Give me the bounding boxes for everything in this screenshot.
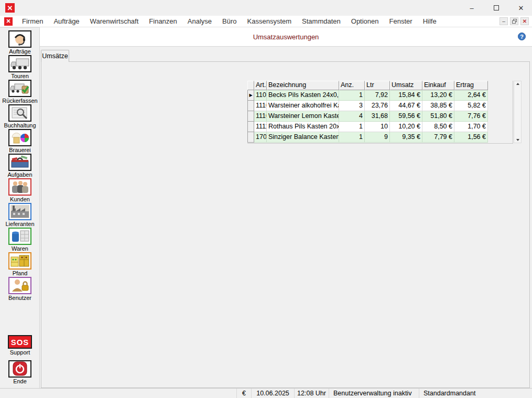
menu-stammdaten[interactable]: Stammdaten (297, 16, 346, 27)
table-cell[interactable]: 7,76 € (454, 111, 488, 122)
scroll-up-icon[interactable] (516, 83, 519, 85)
table-cell[interactable]: Warsteiner Lemon Kasten 24x (267, 111, 339, 122)
table-cell[interactable]: 1 (339, 122, 365, 132)
column-header-umsatz[interactable]: Umsatz (390, 81, 422, 90)
window-maximize-button[interactable] (485, 0, 507, 16)
table-cell[interactable]: 7,79 € (422, 132, 454, 143)
sidebar-item-benutzer[interactable]: Benutzer (0, 277, 40, 302)
table-cell[interactable]: 8,50 € (422, 122, 454, 132)
sidebar-item-pfand[interactable]: Pfand (0, 252, 40, 277)
table-cell[interactable]: 44,67 € (390, 101, 422, 111)
table-cell[interactable]: 1110 (254, 111, 267, 122)
sidebar-label: Benutzer (0, 295, 40, 301)
table-cell[interactable]: 31,68 (365, 111, 390, 122)
table-cell[interactable]: 5,82 € (454, 101, 488, 111)
menu-buero[interactable]: Büro (217, 16, 242, 27)
sidebar: Aufträge Touren Rückerfassen Buchhaltung… (0, 27, 40, 388)
table-cell[interactable]: 9,35 € (390, 132, 422, 143)
table-cell[interactable]: Sinziger Balance Kasten 12x0 (267, 132, 339, 143)
table-cell[interactable]: 9 (365, 132, 390, 143)
table-cell[interactable]: Warsteiner alkoholfrei Kasten (267, 101, 339, 111)
table-corner-cell (247, 81, 254, 90)
table-cell[interactable]: 13,20 € (422, 90, 454, 101)
column-header-ltr[interactable]: Ltr (365, 81, 390, 90)
menu-hilfe[interactable]: Hilfe (418, 16, 442, 27)
table-vertical-scrollbar[interactable] (514, 81, 522, 143)
sidebar-label: Lieferanten (0, 221, 40, 227)
table-cell[interactable]: 1 (339, 132, 365, 143)
table-cell[interactable]: 1111 (254, 122, 267, 132)
menu-optionen[interactable]: Optionen (346, 16, 384, 27)
row-marker-cell (247, 101, 254, 111)
table-cell[interactable]: 1110 (254, 101, 267, 111)
column-header-ertrag[interactable]: Ertrag (454, 81, 488, 90)
table-cell[interactable]: 23,76 (365, 101, 390, 111)
table-cell[interactable]: 59,56 € (390, 111, 422, 122)
sidebar-item-brauerei[interactable]: Brauerei (0, 129, 40, 154)
sidebar-item-ende[interactable]: Ende (0, 360, 40, 385)
table-cell[interactable]: 2,64 € (454, 90, 488, 101)
menu-analyse[interactable]: Analyse (182, 16, 217, 27)
window-close-button[interactable]: ✕ (510, 0, 532, 16)
tab-umsaetze[interactable]: Umsätze (41, 50, 69, 62)
column-header-artnr[interactable]: Art.N (254, 81, 267, 90)
status-empty-segment (0, 389, 237, 398)
users-lock-icon (8, 277, 31, 294)
column-header-einkauf[interactable]: Einkauf (422, 81, 454, 90)
app-logo-icon-small: ✕ (4, 17, 13, 26)
table-cell[interactable]: 38,85 € (422, 101, 454, 111)
sidebar-label: Pfand (0, 270, 40, 276)
table-cell[interactable]: 7,92 (365, 90, 390, 101)
help-icon[interactable]: ? (518, 33, 526, 40)
menu-firmen[interactable]: Firmen (17, 16, 48, 27)
table-cell[interactable]: 10 (365, 122, 390, 132)
sidebar-label: Rückerfassen (0, 98, 40, 104)
row-marker-cell (247, 111, 254, 122)
table-cell[interactable]: 1709 (254, 132, 267, 143)
sidebar-item-waren[interactable]: Waren (0, 228, 40, 252)
menu-kassensystem[interactable]: Kassensystem (242, 16, 297, 27)
column-header-anz[interactable]: Anz. (339, 81, 365, 90)
scroll-down-icon[interactable] (516, 139, 519, 141)
row-marker-cell (247, 122, 254, 132)
table-cell[interactable]: 51,80 € (422, 111, 454, 122)
sidebar-item-auftraege[interactable]: Aufträge (0, 30, 40, 55)
sidebar-label: Brauerei (0, 147, 40, 153)
sidebar-item-buchhaltung[interactable]: Buchhaltung (0, 104, 40, 129)
table-cell[interactable]: 10,20 € (390, 122, 422, 132)
table-cell[interactable]: 15,84 € (390, 90, 422, 101)
menu-warenwirtschaft[interactable]: Warenwirtschaft (85, 16, 144, 27)
status-time: 12:08 Uhr (295, 389, 329, 398)
table-cell[interactable]: 1 (339, 90, 365, 101)
sidebar-item-kunden[interactable]: Kunden (0, 178, 40, 203)
row-marker-cell: ▶ (247, 90, 254, 101)
table-cell[interactable]: Rothaus Pils Kasten 20x0,50l (267, 122, 339, 132)
application-window: ✕ – ✕ ✕ Firmen Aufträge Warenwirtschaft … (0, 0, 532, 398)
table-cell[interactable]: Becks Pils Kasten 24x0,33l (267, 90, 339, 101)
menu-bar: ✕ Firmen Aufträge Warenwirtschaft Finanz… (0, 16, 532, 27)
sidebar-label: Touren (0, 73, 40, 79)
app-logo-icon: ✕ (5, 3, 15, 13)
status-bar: € 10.06.2025 12:08 Uhr Benutzerverwaltun… (0, 388, 532, 398)
sidebar-item-touren[interactable]: Touren (0, 55, 40, 80)
sidebar-item-lieferanten[interactable]: Lieferanten (0, 203, 40, 228)
table-cell[interactable]: 1,70 € (454, 122, 488, 132)
menu-fenster[interactable]: Fenster (384, 16, 418, 27)
menu-finanzen[interactable]: Finanzen (144, 16, 182, 27)
table-cell[interactable]: 3 (339, 101, 365, 111)
sidebar-label: Support (0, 349, 40, 356)
brewery-icon (8, 129, 31, 146)
table-cell[interactable]: 1,56 € (454, 132, 488, 143)
mdi-minimize-button[interactable]: – (500, 17, 508, 25)
table-cell[interactable]: 4 (339, 111, 365, 122)
mdi-close-button[interactable]: ✕ (520, 17, 529, 25)
mdi-restore-button[interactable] (510, 17, 518, 25)
menu-auftraege[interactable]: Aufträge (48, 16, 84, 27)
sidebar-item-rueckerfassen[interactable]: Rückerfassen (0, 80, 40, 104)
table-cell[interactable]: 1102 (254, 90, 267, 101)
status-user-management: Benutzerverwaltung inaktiv (329, 389, 419, 398)
column-header-bezeichnung[interactable]: Bezeichnung (267, 81, 339, 90)
sidebar-item-aufgaben[interactable]: Aufgaben (0, 154, 40, 178)
sidebar-item-support[interactable]: SOS Support (0, 335, 40, 360)
window-minimize-button[interactable]: – (461, 0, 483, 16)
